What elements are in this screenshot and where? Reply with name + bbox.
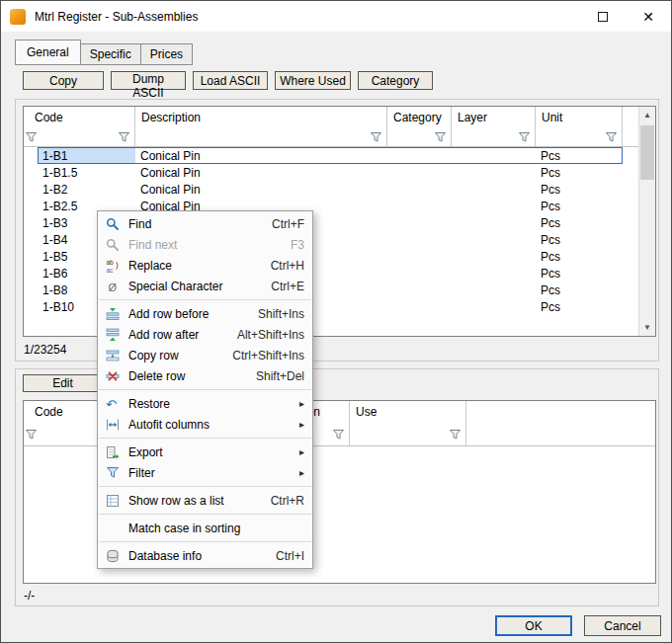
cell[interactable]	[387, 181, 452, 198]
cell[interactable]: 1-B1.5	[38, 164, 135, 181]
scroll-down-icon[interactable]: ▼	[639, 319, 655, 336]
tab-prices[interactable]: Prices	[140, 43, 193, 65]
filter-funnel-icon[interactable]	[25, 131, 38, 143]
cell[interactable]	[24, 198, 38, 214]
filter-funnel-icon[interactable]	[449, 429, 462, 441]
dump-ascii-button[interactable]: Dump ASCII	[111, 71, 186, 90]
menu-item-restore[interactable]: ↶Restore▸	[98, 393, 312, 414]
category-button[interactable]: Category	[358, 71, 433, 90]
tab-specific[interactable]: Specific	[80, 43, 141, 65]
column-header-unit[interactable]: Unit	[536, 107, 623, 127]
cell[interactable]: 1-B1	[38, 147, 135, 164]
cell[interactable]: Pcs	[536, 164, 623, 181]
menu-item-database-info[interactable]: Database infoCtrl+I	[98, 545, 312, 566]
cell[interactable]	[623, 181, 638, 198]
cell[interactable]: Conical Pin	[135, 147, 387, 164]
column-header-category[interactable]: Category	[387, 107, 452, 127]
column-header-description[interactable]: Description	[135, 107, 387, 127]
filter-funnel-icon[interactable]	[434, 131, 447, 143]
cell[interactable]	[623, 198, 638, 214]
menu-item-find[interactable]: FindCtrl+F	[98, 213, 312, 234]
cell[interactable]	[623, 147, 638, 164]
cell[interactable]: Conical Pin	[135, 164, 387, 181]
cell[interactable]: Pcs	[536, 181, 623, 198]
vertical-scrollbar[interactable]: ▲ ▼	[638, 107, 655, 336]
menu-item-export[interactable]: Export▸	[98, 442, 312, 462]
cell[interactable]	[24, 231, 38, 248]
cell[interactable]: Pcs	[536, 265, 623, 281]
cell[interactable]: Pcs	[536, 231, 623, 248]
cell[interactable]	[24, 181, 38, 198]
cell[interactable]	[387, 298, 452, 315]
cancel-button[interactable]: Cancel	[584, 615, 661, 636]
column-header-filler[interactable]	[623, 107, 638, 127]
cell[interactable]	[387, 281, 452, 298]
cell[interactable]	[24, 214, 38, 231]
cell[interactable]	[24, 281, 38, 298]
cell[interactable]	[387, 164, 452, 181]
load-ascii-button[interactable]: Load ASCII	[193, 71, 268, 90]
menu-item-filter[interactable]: Filter▸	[98, 462, 312, 483]
cell[interactable]	[452, 214, 536, 231]
filter-funnel-icon[interactable]	[118, 131, 130, 143]
cell[interactable]: Pcs	[536, 198, 623, 214]
cell[interactable]: Conical Pin	[135, 181, 387, 198]
menu-item-autofit-columns[interactable]: Autofit columns▸	[98, 414, 312, 435]
filter-funnel-icon[interactable]	[25, 429, 38, 441]
table-row[interactable]: 1-B2Conical PinPcs	[24, 181, 638, 198]
cell[interactable]	[623, 164, 638, 181]
cell[interactable]	[387, 231, 452, 248]
menu-item-match-case-in-sorting[interactable]: Match case in sorting	[98, 518, 312, 538]
copy-button[interactable]: Copy	[23, 71, 104, 90]
maximize-button[interactable]	[580, 1, 626, 32]
cell[interactable]	[623, 231, 638, 248]
cell[interactable]	[24, 164, 38, 181]
menu-item-special-character[interactable]: ØSpecial CharacterCtrl+E	[98, 276, 312, 296]
filter-funnel-icon[interactable]	[332, 429, 345, 441]
edit-button[interactable]: Edit	[23, 374, 103, 392]
menu-item-add-row-after[interactable]: Add row afterAlt+Shift+Ins	[98, 324, 312, 345]
cell[interactable]	[387, 147, 452, 164]
scroll-up-icon[interactable]: ▲	[639, 107, 655, 123]
cell[interactable]	[623, 265, 638, 281]
cell[interactable]	[24, 265, 38, 281]
menu-item-copy-row[interactable]: Copy rowCtrl+Shift+Ins	[98, 345, 312, 365]
cell[interactable]: Pcs	[536, 298, 623, 315]
filter-funnel-icon[interactable]	[370, 131, 382, 143]
cell[interactable]	[24, 147, 38, 164]
cell[interactable]	[387, 214, 452, 231]
cell[interactable]: Pcs	[536, 248, 623, 265]
menu-item-replace[interactable]: abacReplaceCtrl+H	[98, 255, 312, 276]
filter-funnel-icon[interactable]	[605, 131, 618, 143]
cell[interactable]	[387, 198, 452, 214]
close-button[interactable]: ✕	[626, 1, 671, 32]
menu-item-delete-row[interactable]: Delete rowShift+Del	[98, 365, 312, 386]
menu-item-show-row-as-a-list[interactable]: Show row as a listCtrl+R	[98, 490, 312, 511]
cell[interactable]	[452, 164, 536, 181]
cell[interactable]: Pcs	[536, 281, 623, 298]
ok-button[interactable]: OK	[495, 615, 572, 636]
menu-item-add-row-before[interactable]: Add row beforeShift+Ins	[98, 303, 312, 324]
table-row[interactable]: 1-B1.5Conical PinPcs	[24, 164, 638, 181]
cell[interactable]	[623, 214, 638, 231]
cell[interactable]: Pcs	[536, 147, 623, 164]
scrollbar-thumb[interactable]	[640, 125, 654, 180]
filter-funnel-icon[interactable]	[518, 131, 531, 143]
cell[interactable]	[452, 265, 536, 281]
where-used-button[interactable]: Where Used	[275, 71, 351, 90]
cell[interactable]	[452, 248, 536, 265]
cell[interactable]	[623, 248, 638, 265]
menu-item-find-next[interactable]: Find nextF3	[98, 234, 312, 255]
cell[interactable]	[452, 281, 536, 298]
cell[interactable]	[24, 248, 38, 265]
cell[interactable]	[452, 231, 536, 248]
cell[interactable]: Pcs	[536, 214, 623, 231]
column-header-filler[interactable]	[466, 401, 655, 423]
table-row[interactable]: 1-B1Conical PinPcs	[24, 147, 638, 164]
cell[interactable]	[452, 298, 536, 315]
cell[interactable]	[452, 181, 536, 198]
column-header-use[interactable]: Use	[350, 401, 466, 423]
tab-general[interactable]: General	[15, 40, 81, 65]
column-header-layer[interactable]: Layer	[452, 107, 536, 127]
cell[interactable]	[387, 248, 452, 265]
